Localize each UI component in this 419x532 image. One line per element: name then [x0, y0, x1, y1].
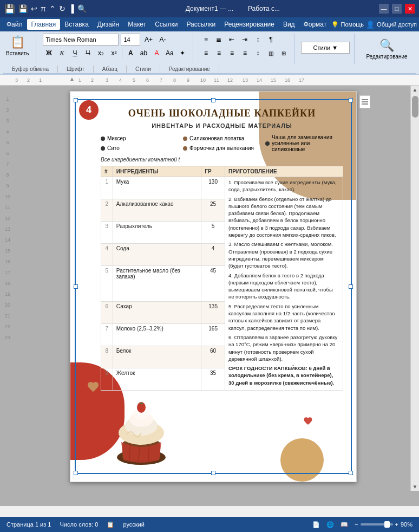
row-name: Сода — [113, 243, 201, 265]
paste-button[interactable]: 📋 Вставить — [3, 34, 31, 58]
table-row: 1 Мука 130 1. Просеиваем все сухие ингре… — [101, 177, 343, 199]
share-label[interactable]: Общий доступ — [377, 21, 417, 28]
row-num: 2 — [101, 199, 113, 221]
quick-access-undo[interactable]: ↩ — [31, 4, 37, 13]
pin-icon: ▐ — [69, 4, 74, 13]
font-size-aa[interactable]: Aa — [163, 47, 175, 59]
view-normal-icon[interactable]: 📄 — [312, 521, 320, 528]
text-color-button[interactable]: A — [125, 47, 136, 59]
search-icon[interactable]: 🔍 — [77, 4, 87, 13]
bullet-dot — [183, 137, 187, 141]
row-gr: 4 — [201, 243, 225, 265]
line-spacing-button[interactable]: ↕ — [252, 47, 264, 59]
document-page[interactable]: 4 ОЧЕНЬ ШОКОЛАДНЫЕ КАПКЕЙКИ ИНВЕНТАРЬ И … — [70, 91, 357, 482]
quick-access-redo[interactable]: π — [41, 4, 46, 13]
strikethrough-button[interactable]: Ч — [82, 47, 94, 59]
bullet-dot — [183, 146, 187, 151]
indent-right-button[interactable]: ⇥ — [239, 34, 251, 46]
italic-button[interactable]: К — [56, 47, 68, 59]
layout-icon[interactable] — [359, 95, 370, 108]
zoom-out-button[interactable]: − — [355, 521, 358, 528]
increase-font-button[interactable]: A+ — [142, 34, 154, 46]
row-name: Молоко (2,5–3,2%) — [113, 323, 201, 346]
menu-bar: Файл Главная Вставка Дизайн Макет Ссылки… — [0, 17, 419, 31]
align-left-button[interactable]: ≡ — [200, 47, 212, 59]
view-read-icon[interactable]: 📖 — [341, 521, 348, 528]
ribbon: 📋 Вставить A+ A- Ж К Ч Ч х₂ х² A ab — [0, 31, 419, 75]
maximize-button[interactable]: □ — [392, 4, 402, 14]
view-web-icon[interactable]: 🌐 — [326, 521, 334, 528]
menu-layout[interactable]: Макет — [123, 19, 150, 30]
help-label[interactable]: Помощь — [341, 21, 364, 28]
row-gr: 135 — [201, 301, 225, 323]
shading-button[interactable]: ▥ — [265, 47, 277, 59]
status-bar: Страница 1 из 1 Число слов: 0 📋 русский … — [0, 517, 419, 532]
row-gr: 35 — [201, 368, 225, 390]
scrollbar-thumb[interactable] — [412, 96, 418, 118]
superscript-button[interactable]: х² — [108, 47, 120, 59]
underline-button[interactable]: Ч — [69, 47, 81, 59]
recipe-title: ОЧЕНЬ ШОКОЛАДНЫЕ КАПКЕЙКИ — [101, 108, 343, 119]
menu-mail[interactable]: Рассылки — [182, 19, 220, 30]
preparation-cell: 1. Просеиваем все сухие ингредиенты (мук… — [225, 177, 343, 391]
title-bar-left: 💾 💾 ↩ π ⌃ ↻ ▐ 🔍 — [4, 4, 87, 14]
font-label: Шрифт — [58, 66, 94, 73]
editing-button[interactable]: 🔍 Редактирование — [361, 36, 412, 62]
quick-access-more[interactable]: ⌃ — [49, 4, 56, 13]
font-size-input[interactable] — [121, 34, 140, 46]
heart-icon-1 — [87, 380, 100, 393]
row-gr: 130 — [201, 177, 225, 199]
col-gr-header: ГР — [201, 166, 225, 177]
minimize-button[interactable]: — — [379, 4, 389, 14]
close-button[interactable]: ✕ — [405, 4, 415, 14]
vertical-scrollbar[interactable]: ▲ ▼ — [410, 86, 419, 491]
menu-design[interactable]: Дизайн — [93, 19, 123, 30]
zoom-slider[interactable] — [361, 523, 393, 525]
menu-review[interactable]: Рецензирование — [220, 19, 279, 30]
loop-icon[interactable]: ↻ — [59, 4, 66, 13]
spell-check-icon[interactable]: 📋 — [107, 521, 114, 528]
recipe-number-badge: 4 — [79, 100, 99, 120]
row-num: 9 — [101, 368, 113, 390]
clear-format-button[interactable]: ✦ — [176, 47, 188, 59]
row-name: Мука — [113, 177, 201, 199]
zoom-in-button[interactable]: + — [395, 521, 398, 528]
menu-refs[interactable]: Ссылки — [150, 19, 182, 30]
ruler: 3 2 1 1 2 3 4 5 6 7 8 9 10 11 12 13 14 1… — [0, 75, 419, 86]
font-name-input[interactable] — [43, 34, 119, 46]
highlight-button[interactable]: ab — [138, 47, 149, 59]
word-icon: 💾 — [4, 4, 15, 14]
zoom-level: 90% — [401, 521, 413, 528]
menu-view[interactable]: Вид — [279, 19, 299, 30]
subscript-button[interactable]: х₂ — [95, 47, 107, 59]
item-text-3: Чаша для замешивания усиленные или силик… — [272, 134, 343, 152]
editing-label: Редактирование — [366, 54, 407, 60]
quick-access-save[interactable]: 💾 — [18, 4, 28, 13]
font-color-button[interactable]: A — [150, 47, 162, 59]
ribbon-labels: Буфер обмена Шрифт Абзац Стили Редактиро… — [3, 65, 416, 74]
styles-box[interactable]: Стили ▼ — [301, 42, 350, 54]
row-num: 6 — [101, 301, 113, 323]
col-ingredients-header: ИНГРЕДИЕНТЫ — [113, 166, 201, 177]
num-list-button[interactable]: ≣ — [213, 34, 225, 46]
list-item: Сито — [101, 144, 179, 152]
menu-home[interactable]: Главная — [27, 19, 61, 30]
align-center-button[interactable]: ≡ — [213, 47, 225, 59]
document-area: 1 2 3 4 5 6 7 8 9 10 11 12 13 14 15 16 1… — [0, 86, 419, 506]
lightbulb-icon: 💡 — [331, 21, 339, 28]
bullet-list-button[interactable]: ≡ — [200, 34, 212, 46]
bold-button[interactable]: Ж — [43, 47, 55, 59]
menu-insert[interactable]: Вставка — [60, 19, 93, 30]
styles-label: Стили — [313, 44, 331, 51]
menu-file[interactable]: Файл — [2, 19, 27, 30]
pilcrow-button[interactable]: ¶ — [265, 34, 277, 46]
sort-button[interactable]: ↕ — [252, 34, 264, 46]
justify-button[interactable]: ≡ — [239, 47, 251, 59]
indent-left-button[interactable]: ⇤ — [226, 34, 238, 46]
align-right-button[interactable]: ≡ — [226, 47, 238, 59]
row-gr: 45 — [201, 265, 225, 301]
borders-button[interactable]: ⊞ — [278, 47, 290, 59]
decrease-font-button[interactable]: A- — [156, 34, 168, 46]
menu-format[interactable]: Формат — [299, 19, 331, 30]
prep-text: 1. Просеиваем все сухие ингредиенты (мук… — [228, 179, 339, 386]
